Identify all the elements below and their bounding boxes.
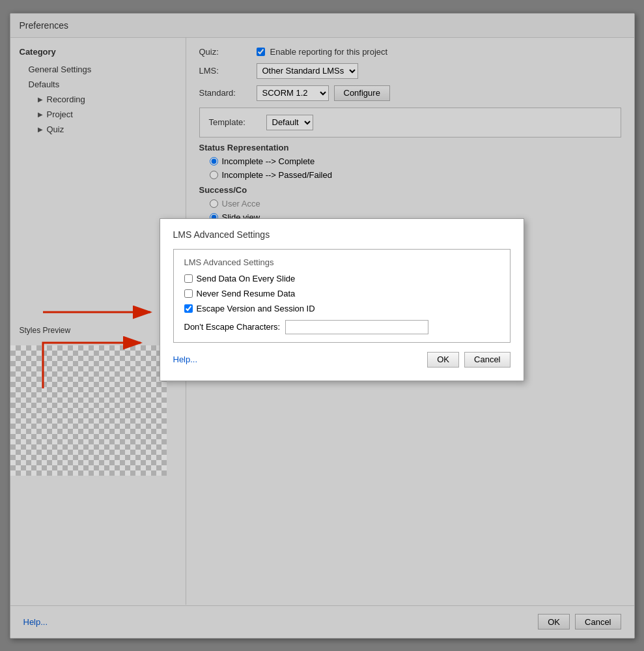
send-data-row: Send Data On Every Slide: [184, 274, 499, 283]
dont-escape-label: Don't Escape Characters:: [184, 322, 281, 332]
modal-help-link[interactable]: Help...: [173, 354, 198, 364]
modal-group-title: LMS Advanced Settings: [184, 257, 499, 267]
red-arrow-1: [36, 296, 167, 328]
never-send-checkbox[interactable]: [184, 289, 193, 298]
main-window: Preferences Category General Settings De…: [10, 13, 635, 639]
never-send-row: Never Send Resume Data: [184, 289, 499, 298]
escape-row: Escape Version and Session ID: [184, 304, 499, 313]
modal-title: LMS Advanced Settings: [173, 229, 511, 240]
modal-cancel-button[interactable]: Cancel: [464, 352, 510, 368]
escape-checkbox[interactable]: [184, 304, 193, 313]
send-data-checkbox[interactable]: [184, 274, 193, 283]
send-data-label: Send Data On Every Slide: [197, 274, 296, 283]
modal-ok-button[interactable]: OK: [427, 352, 459, 368]
dont-escape-input[interactable]: [285, 320, 428, 334]
dont-escape-row: Don't Escape Characters:: [184, 320, 499, 334]
never-send-label: Never Send Resume Data: [197, 289, 296, 298]
modal-group: LMS Advanced Settings Send Data On Every…: [173, 249, 511, 343]
modal-buttons: OK Cancel: [427, 352, 510, 368]
escape-label: Escape Version and Session ID: [197, 304, 315, 313]
modal-overlay: LMS Advanced Settings LMS Advanced Setti…: [10, 14, 634, 638]
modal-button-row: Help... OK Cancel: [173, 352, 511, 368]
red-arrow-2: [36, 336, 167, 401]
lms-advanced-settings-modal: LMS Advanced Settings LMS Advanced Setti…: [160, 218, 524, 381]
